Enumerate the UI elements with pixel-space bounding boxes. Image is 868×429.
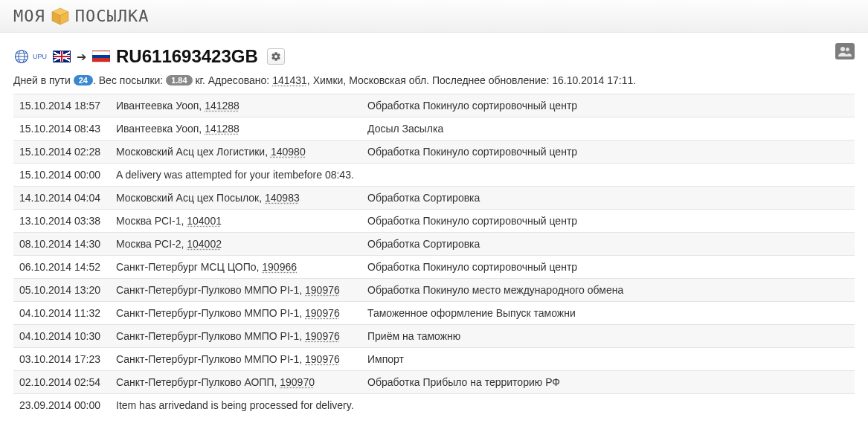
- cell-location: Санкт-Петербург-Пулково ММПО PI-1, 19097…: [110, 279, 361, 302]
- cell-date: 15.10.2014 02:28: [13, 141, 110, 164]
- cell-location: Ивантеевка Уооп, 141288: [110, 94, 361, 117]
- updated-value: 16.10.2014 17:11.: [552, 74, 636, 86]
- location-text: Москва PCI-1,: [116, 215, 187, 227]
- cell-location: Санкт-Петербург-Пулково ММПО PI-1, 19097…: [110, 302, 361, 325]
- cell-location: Московский Асц цех Посылок, 140983: [110, 187, 361, 210]
- location-zip[interactable]: 190976: [305, 284, 340, 296]
- cell-status: Обработка Сортировка: [361, 187, 855, 210]
- location-text: Московский Асц цех Логистики,: [116, 146, 271, 158]
- flag-ru-icon: [92, 51, 110, 62]
- cell-date: 14.10.2014 04:04: [13, 187, 110, 210]
- days-badge: 24: [74, 75, 93, 86]
- table-row: 23.09.2014 00:00Item has arrivedand is b…: [13, 394, 855, 417]
- cell-location: Санкт-Петербург-Пулково ММПО PI-1, 19097…: [110, 348, 361, 371]
- cell-status: Обработка Покинуло место международного …: [361, 279, 855, 302]
- gear-icon: [271, 51, 281, 62]
- cell-location: Ивантеевка Уооп, 141288: [110, 117, 361, 141]
- cell-date: 03.10.2014 17:23: [13, 348, 110, 371]
- cell-message: A delivery was attempted for your itembe…: [110, 164, 855, 187]
- location-text: Санкт-Петербург-Пулково ММПО PI-1,: [116, 307, 305, 319]
- cell-status: Обработка Покинуло сортировочный центр: [361, 210, 855, 233]
- location-zip[interactable]: 140983: [265, 192, 300, 204]
- cell-status: Обработка Покинуло сортировочный центр: [361, 256, 855, 279]
- site-logo[interactable]: Моя Посылка: [13, 7, 149, 25]
- svg-point-9: [846, 48, 849, 51]
- logo-text-1: Моя: [13, 7, 45, 25]
- cell-status: Импорт: [361, 348, 855, 371]
- cell-date: 13.10.2014 03:38: [13, 210, 110, 233]
- cell-status: Досыл Засылка: [361, 117, 855, 141]
- location-zip[interactable]: 190966: [262, 261, 297, 273]
- upu-globe-icon: [13, 48, 30, 65]
- location-zip[interactable]: 141288: [205, 100, 239, 112]
- location-zip[interactable]: 140980: [271, 146, 306, 158]
- addr-label: Адресовано:: [208, 74, 270, 86]
- cell-status: Обработка Прибыло на территорию РФ: [361, 371, 855, 394]
- settings-button[interactable]: [267, 48, 285, 65]
- cell-status: Приём на таможню: [361, 325, 855, 348]
- arrow-right-icon: ➔: [77, 50, 86, 64]
- days-label: Дней в пути: [13, 74, 71, 86]
- table-row: 15.10.2014 18:57Ивантеевка Уооп, 141288О…: [13, 94, 855, 117]
- location-text: Ивантеевка Уооп,: [116, 123, 205, 135]
- cell-location: Москва PCI-2, 104002: [110, 233, 361, 256]
- cell-status: Таможенное оформление Выпуск таможни: [361, 302, 855, 325]
- cell-location: Санкт-Петербург-Пулково ММПО PI-1, 19097…: [110, 325, 361, 348]
- tracking-number: RU611693423GB: [116, 46, 258, 67]
- location-zip[interactable]: 104002: [187, 238, 222, 250]
- cell-date: 23.09.2014 00:00: [13, 394, 110, 417]
- cell-location: Санкт-Петербург-Пулково АОПП, 190970: [110, 371, 361, 394]
- cell-date: 04.10.2014 10:30: [13, 325, 110, 348]
- cell-status: Обработка Покинуло сортировочный центр: [361, 94, 855, 117]
- tracking-header: UPU ➔ RU611693423GB: [13, 46, 855, 67]
- location-text: Санкт-Петербург МСЦ ЦОПо,: [116, 261, 262, 273]
- cell-date: 15.10.2014 00:00: [13, 164, 110, 187]
- location-text: Московский Асц цех Посылок,: [116, 192, 265, 204]
- addr-rest: , Химки, Московская обл.: [307, 74, 429, 86]
- flag-uk-icon: [53, 51, 71, 62]
- cell-date: 15.10.2014 18:57: [13, 94, 110, 117]
- cell-status: Обработка Сортировка: [361, 233, 855, 256]
- addr-zip[interactable]: 141431: [272, 74, 307, 86]
- table-row: 08.10.2014 14:30Москва PCI-2, 104002Обра…: [13, 233, 855, 256]
- location-text: Санкт-Петербург-Пулково ММПО PI-1,: [116, 353, 305, 365]
- location-zip[interactable]: 190970: [280, 376, 315, 388]
- table-row: 15.10.2014 08:43Ивантеевка Уооп, 141288Д…: [13, 117, 855, 141]
- table-row: 04.10.2014 11:32Санкт-Петербург-Пулково …: [13, 302, 855, 325]
- cell-date: 02.10.2014 02:54: [13, 371, 110, 394]
- cell-date: 06.10.2014 14:52: [13, 256, 110, 279]
- updated-label: Последнее обновление:: [432, 74, 549, 86]
- weight-badge: 1.84: [166, 75, 192, 86]
- cell-date: 08.10.2014 14:30: [13, 233, 110, 256]
- table-row: 13.10.2014 03:38Москва PCI-1, 104001Обра…: [13, 210, 855, 233]
- weight-label: Вес посылки:: [99, 74, 163, 86]
- tracking-table: 15.10.2014 18:57Ивантеевка Уооп, 141288О…: [13, 94, 855, 416]
- summary-line: Дней в пути 24. Вес посылки: 1.84 кг. Ад…: [13, 74, 855, 86]
- location-zip[interactable]: 190976: [305, 353, 340, 365]
- cell-date: 05.10.2014 13:20: [13, 279, 110, 302]
- table-row: 14.10.2014 04:04Московский Асц цех Посыл…: [13, 187, 855, 210]
- table-row: 15.10.2014 00:00A delivery was attempted…: [13, 164, 855, 187]
- table-row: 02.10.2014 02:54Санкт-Петербург-Пулково …: [13, 371, 855, 394]
- cell-message: Item has arrivedand is being processed f…: [110, 394, 855, 417]
- table-row: 03.10.2014 17:23Санкт-Петербург-Пулково …: [13, 348, 855, 371]
- logo-text-2: Посылка: [75, 7, 150, 25]
- table-row: 15.10.2014 02:28Московский Асц цех Логис…: [13, 141, 855, 164]
- location-text: Ивантеевка Уооп,: [116, 100, 205, 112]
- cell-location: Московский Асц цех Логистики, 140980: [110, 141, 361, 164]
- location-text: Санкт-Петербург-Пулково ММПО PI-1,: [116, 284, 305, 296]
- location-text: Санкт-Петербург-Пулково ММПО PI-1,: [116, 330, 305, 342]
- people-icon: [838, 46, 852, 57]
- location-text: Санкт-Петербург-Пулково АОПП,: [116, 376, 280, 388]
- location-zip[interactable]: 104001: [187, 215, 222, 227]
- location-zip[interactable]: 190976: [305, 330, 340, 342]
- location-text: Москва PCI-2,: [116, 238, 187, 250]
- cell-location: Санкт-Петербург МСЦ ЦОПо, 190966: [110, 256, 361, 279]
- location-zip[interactable]: 141288: [205, 123, 239, 135]
- location-zip[interactable]: 190976: [305, 307, 340, 319]
- contacts-button[interactable]: [835, 43, 855, 59]
- cell-location: Москва PCI-1, 104001: [110, 210, 361, 233]
- cell-date: 15.10.2014 08:43: [13, 117, 110, 141]
- cell-date: 04.10.2014 11:32: [13, 302, 110, 325]
- cell-status: Обработка Покинуло сортировочный центр: [361, 141, 855, 164]
